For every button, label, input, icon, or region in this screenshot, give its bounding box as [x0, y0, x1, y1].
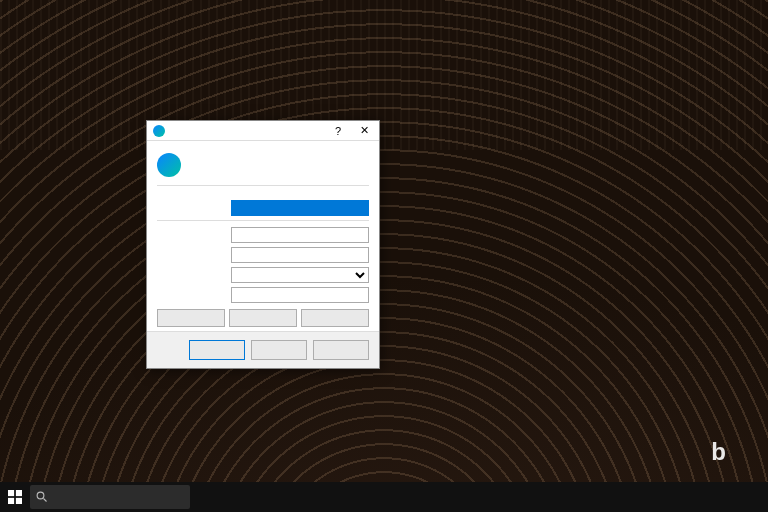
edge-icon — [153, 125, 165, 137]
bing-watermark: b — [711, 438, 732, 466]
taskbar — [0, 482, 768, 512]
dialog-titlebar[interactable]: ? ✕ — [147, 121, 379, 141]
svg-rect-1 — [16, 490, 22, 496]
target-input[interactable] — [231, 200, 369, 216]
comment-input[interactable] — [231, 287, 369, 303]
properties-dialog: ? ✕ — [146, 120, 380, 369]
edge-dev-icon — [157, 153, 181, 177]
desktop-wallpaper: b — [0, 0, 768, 512]
svg-rect-2 — [8, 498, 14, 504]
startin-input[interactable] — [231, 227, 369, 243]
shortcut-header — [157, 153, 369, 177]
svg-line-5 — [44, 499, 47, 502]
windows-icon — [8, 490, 22, 504]
run-select[interactable] — [231, 267, 369, 283]
svg-point-4 — [37, 492, 44, 499]
svg-rect-3 — [16, 498, 22, 504]
shortcutkey-input[interactable] — [231, 247, 369, 263]
search-icon — [36, 491, 48, 503]
taskbar-search[interactable] — [30, 485, 190, 509]
svg-rect-0 — [8, 490, 14, 496]
apply-button[interactable] — [313, 340, 369, 360]
advanced-button[interactable] — [301, 309, 369, 327]
help-button[interactable]: ? — [325, 122, 351, 140]
close-button[interactable]: ✕ — [351, 122, 377, 140]
open-file-location-button[interactable] — [157, 309, 225, 327]
change-icon-button[interactable] — [229, 309, 297, 327]
cancel-button[interactable] — [251, 340, 307, 360]
start-button[interactable] — [0, 482, 30, 512]
ok-button[interactable] — [189, 340, 245, 360]
bing-icon: b — [711, 438, 726, 466]
